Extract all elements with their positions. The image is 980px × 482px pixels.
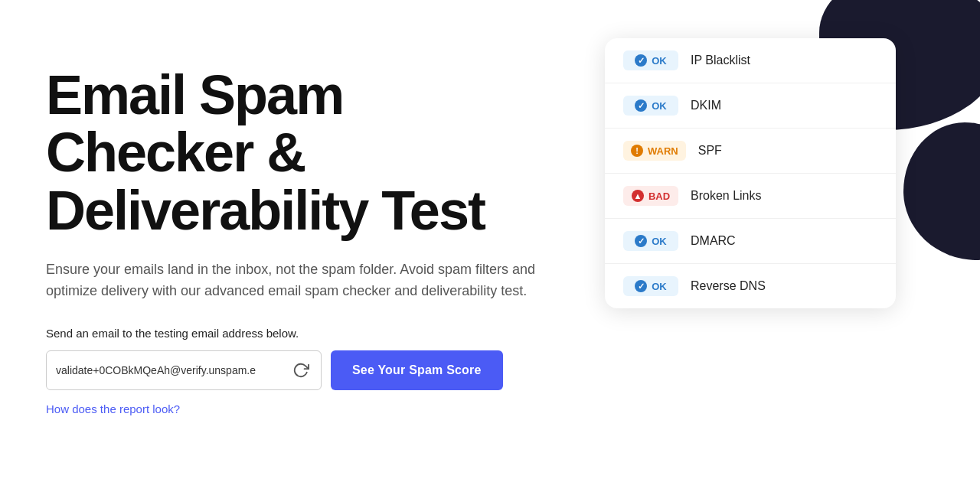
check-label-ip-blacklist: IP Blacklist — [691, 54, 750, 67]
status-label-reverse-dns: OK — [652, 281, 667, 292]
status-badge-dkim: ✓ OK — [623, 96, 678, 116]
bad-icon-broken-links: ▲ — [632, 190, 644, 202]
status-badge-broken-links: ▲ BAD — [623, 186, 678, 206]
status-label-dmarc: OK — [652, 236, 667, 247]
page-title: Email Spam Checker & Deliverability Test — [46, 67, 536, 240]
report-link[interactable]: How does the report look? — [46, 402, 536, 415]
input-row: See Your Spam Score — [46, 350, 536, 390]
status-badge-reverse-dns: ✓ OK — [623, 276, 678, 296]
ok-icon-dmarc: ✓ — [635, 235, 647, 247]
check-label-reverse-dns: Reverse DNS — [691, 279, 766, 293]
copy-icon[interactable] — [290, 360, 312, 381]
status-badge-spf: ! WARN — [623, 141, 686, 161]
blob-right-mid-decoration — [903, 122, 980, 260]
check-row-ip-blacklist: ✓ OK IP Blacklist — [605, 38, 896, 83]
check-results-card: ✓ OK IP Blacklist ✓ OK DKIM ! WARN SPF ▲ — [605, 38, 896, 308]
subtitle-text: Ensure your emails land in the inbox, no… — [46, 259, 536, 303]
instruction-label: Send an email to the testing email addre… — [46, 327, 536, 340]
status-label-spf: WARN — [648, 145, 678, 157]
warn-icon-spf: ! — [631, 145, 643, 157]
status-badge-dmarc: ✓ OK — [623, 231, 678, 251]
ok-icon-reverse-dns: ✓ — [635, 280, 647, 292]
email-input-wrapper — [46, 350, 322, 390]
ok-icon: ✓ — [635, 54, 647, 67]
check-row-reverse-dns: ✓ OK Reverse DNS — [605, 264, 896, 308]
left-panel: Email Spam Checker & Deliverability Test… — [0, 0, 582, 482]
check-label-dkim: DKIM — [691, 99, 721, 112]
see-spam-score-button[interactable]: See Your Spam Score — [331, 350, 503, 390]
check-row-broken-links: ▲ BAD Broken Links — [605, 174, 896, 219]
status-label-broken-links: BAD — [648, 191, 670, 202]
email-input[interactable] — [56, 364, 290, 376]
ok-icon-dkim: ✓ — [635, 99, 647, 112]
status-label-dkim: OK — [652, 100, 667, 112]
right-panel: ✓ OK IP Blacklist ✓ OK DKIM ! WARN SPF ▲ — [582, 0, 980, 482]
status-label-ip-blacklist: OK — [652, 55, 667, 67]
check-label-spf: SPF — [698, 144, 722, 158]
check-row-dmarc: ✓ OK DMARC — [605, 219, 896, 264]
check-row-spf: ! WARN SPF — [605, 129, 896, 174]
check-label-dmarc: DMARC — [691, 234, 736, 248]
check-row-dkim: ✓ OK DKIM — [605, 83, 896, 129]
check-label-broken-links: Broken Links — [691, 189, 762, 203]
status-badge-ip-blacklist: ✓ OK — [623, 50, 678, 70]
